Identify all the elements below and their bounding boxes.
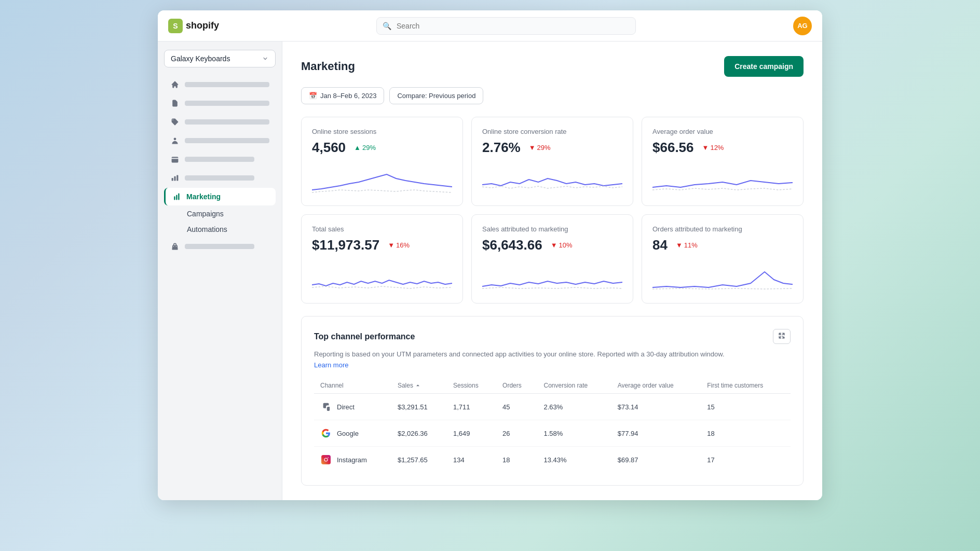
metric-sales-marketing-badge: ▼ 10%: [548, 240, 576, 250]
create-campaign-button[interactable]: Create campaign: [724, 56, 804, 77]
sidebar-item-orders[interactable]: [164, 94, 276, 112]
search-icon: 🔍: [383, 22, 391, 30]
compare-label: Compare: Previous period: [397, 92, 475, 100]
metric-sessions-value: 4,560: [312, 140, 346, 156]
top-bar: S shopify 🔍 AG: [158, 10, 822, 42]
nav-customers-label: [185, 138, 269, 143]
analytics-icon: [170, 173, 180, 183]
svg-rect-0: [321, 455, 331, 464]
sidebar-item-home[interactable]: [164, 76, 276, 93]
sidebar-item-products[interactable]: [164, 113, 276, 131]
nav-products-label: [185, 119, 269, 125]
logo: S shopify: [168, 19, 219, 33]
col-channel: Channel: [314, 378, 391, 394]
sidebar-item-customers[interactable]: [164, 132, 276, 149]
nav-home-label: [185, 82, 269, 87]
metric-card-orders-marketing: Orders attributed to marketing 84 ▼ 11%: [642, 214, 804, 304]
col-avg-order: Average order value: [611, 378, 701, 394]
nav-discounts-label: [185, 244, 254, 249]
direct-conversion: 2.63%: [537, 394, 611, 420]
search-bar-container: 🔍: [376, 17, 636, 35]
avatar[interactable]: AG: [793, 17, 812, 35]
metric-sales-marketing-value-row: $6,643.66 ▼ 10%: [482, 237, 622, 253]
metric-sessions-label: Online store sessions: [312, 128, 452, 135]
channel-performance-section: Top channel performance Reporting is bas…: [301, 316, 804, 486]
sort-icon: [415, 382, 421, 389]
marketing-icon: [172, 192, 181, 201]
direct-icon: [320, 401, 332, 412]
direct-sales: $3,291.51: [391, 394, 447, 420]
instagram-sales: $1,257.65: [391, 447, 447, 473]
google-first-time: 18: [701, 420, 791, 447]
metric-card-sales-marketing: Sales attributed to marketing $6,643.66 …: [471, 214, 633, 304]
table-export-button[interactable]: [773, 329, 791, 344]
compare-filter[interactable]: Compare: Previous period: [389, 87, 483, 104]
chevron-down-icon: [262, 55, 269, 62]
store-selector[interactable]: Galaxy Keyboards: [164, 50, 276, 67]
google-orders: 26: [496, 420, 537, 447]
sidebar-item-marketing[interactable]: Marketing: [164, 188, 276, 205]
store-icon: [170, 155, 180, 164]
metric-conversion-value: 2.76%: [482, 140, 521, 156]
metric-sales-marketing-value: $6,643.66: [482, 237, 542, 253]
metric-orders-marketing-label: Orders attributed to marketing: [652, 225, 793, 233]
metric-card-conversion: Online store conversion rate 2.76% ▼ 29%: [471, 117, 633, 206]
metric-sessions-badge: ▲ 29%: [351, 143, 379, 153]
calendar-icon: 📅: [309, 92, 317, 100]
metric-avg-order-value-row: $66.56 ▼ 12%: [652, 140, 793, 156]
google-icon: [320, 428, 332, 439]
instagram-first-time: 17: [701, 447, 791, 473]
metric-orders-marketing-value: 84: [652, 237, 668, 253]
google-conversion: 1.58%: [537, 420, 611, 447]
instagram-icon: [320, 454, 332, 465]
metric-card-avg-order: Average order value $66.56 ▼ 12%: [642, 117, 804, 206]
table-row: Instagram $1,257.65 134 18 13.43% $69.87…: [314, 447, 791, 473]
date-range-filter[interactable]: 📅 Jan 8–Feb 6, 2023: [301, 87, 384, 104]
orders-icon: [170, 99, 180, 108]
section-header: Top channel performance: [314, 329, 791, 344]
metric-conversion-chart: [482, 164, 622, 195]
metric-orders-marketing-value-row: 84 ▼ 11%: [652, 237, 793, 253]
arrow-down-icon: ▼: [529, 144, 536, 151]
metric-total-sales-value: $11,973.57: [312, 237, 379, 253]
search-input[interactable]: [376, 17, 636, 35]
arrow-down-icon-3: ▼: [388, 241, 394, 249]
learn-more-link[interactable]: Learn more: [314, 361, 348, 369]
table-row: Google $2,026.36 1,649 26 1.58% $77.94 1…: [314, 420, 791, 447]
metric-total-sales-badge: ▼ 16%: [385, 240, 413, 250]
arrow-down-icon-4: ▼: [551, 241, 557, 249]
nav-analytics-label: [185, 175, 254, 181]
col-sales[interactable]: Sales: [391, 378, 447, 394]
date-range-label: Jan 8–Feb 6, 2023: [320, 92, 376, 100]
metric-sessions-value-row: 4,560 ▲ 29%: [312, 140, 452, 156]
products-icon: [170, 117, 180, 127]
arrow-down-icon-2: ▼: [702, 144, 709, 151]
metric-total-sales-chart: [312, 261, 452, 293]
google-avg-order: $77.94: [611, 420, 701, 447]
sidebar-subitem-automations[interactable]: Automations: [164, 222, 276, 237]
instagram-sessions: 134: [447, 447, 496, 473]
direct-avg-order: $73.14: [611, 394, 701, 420]
nav-orders-label: [185, 101, 269, 106]
table-header-row: Channel Sales Sessions Orders Conversion…: [314, 378, 791, 394]
sidebar-item-discounts[interactable]: [164, 238, 276, 255]
sidebar-item-analytics[interactable]: [164, 169, 276, 187]
sidebar-subitem-campaigns[interactable]: Campaigns: [164, 206, 276, 221]
col-sessions: Sessions: [447, 378, 496, 394]
col-conversion: Conversion rate: [537, 378, 611, 394]
sidebar: Galaxy Keyboards: [158, 42, 282, 500]
metric-orders-marketing-chart: [652, 261, 793, 293]
shopify-logo-icon: S: [168, 19, 183, 33]
metric-conversion-badge: ▼ 29%: [526, 143, 554, 153]
filters-row: 📅 Jan 8–Feb 6, 2023 Compare: Previous pe…: [301, 87, 804, 104]
sidebar-item-store[interactable]: [164, 150, 276, 168]
section-desc: Reporting is based on your UTM parameter…: [314, 350, 791, 358]
metric-avg-order-label: Average order value: [652, 128, 793, 135]
metric-avg-order-chart: [652, 164, 793, 195]
col-first-time: First time customers: [701, 378, 791, 394]
page-title: Marketing: [301, 60, 355, 73]
metric-conversion-value-row: 2.76% ▼ 29%: [482, 140, 622, 156]
direct-sessions: 1,711: [447, 394, 496, 420]
direct-orders: 45: [496, 394, 537, 420]
home-icon: [170, 80, 180, 89]
